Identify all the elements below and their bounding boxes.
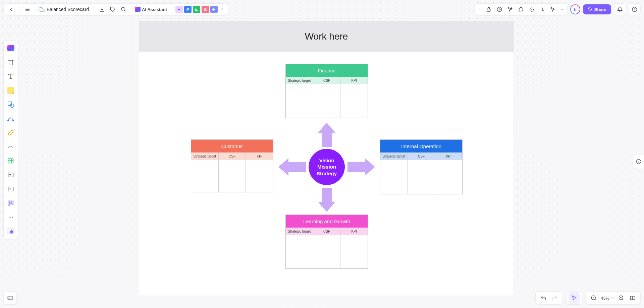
text-box-tool[interactable]: T <box>5 169 16 181</box>
arrow-up[interactable] <box>318 123 335 147</box>
menu-button[interactable] <box>22 4 33 15</box>
customer-body[interactable] <box>191 160 273 192</box>
tag-icon <box>110 7 115 12</box>
chevron-down-small-icon <box>611 296 614 300</box>
svg-point-29 <box>8 120 9 121</box>
kanban-tool[interactable] <box>5 197 16 209</box>
chevron-right-small-icon <box>478 7 481 11</box>
customer-title: Customer <box>191 140 273 152</box>
frame-title[interactable]: Work here <box>139 21 514 52</box>
shape-tool[interactable] <box>5 99 16 110</box>
center-circle[interactable]: Vision Mission Strategy <box>309 149 345 185</box>
svg-marker-9 <box>499 8 500 10</box>
arrow-right[interactable] <box>347 158 375 176</box>
undo-button[interactable] <box>538 292 549 304</box>
ai-assistant-button[interactable]: AI Assistant <box>135 7 169 12</box>
tools-expand-button[interactable] <box>476 4 483 15</box>
document-title[interactable]: Balanced Scorecard <box>45 7 91 12</box>
learning-body[interactable] <box>286 235 368 268</box>
voting-tool[interactable] <box>537 4 548 15</box>
collab-avatar-1[interactable]: ✦ <box>175 6 183 13</box>
customer-subheader: Strategic target CSF KPI <box>191 152 273 160</box>
current-user-avatar[interactable]: b <box>570 4 580 14</box>
fit-view-icon <box>630 295 636 301</box>
sparkle-cursor-icon <box>507 7 513 12</box>
templates-tool[interactable]: b <box>5 226 16 237</box>
text-tool[interactable] <box>5 71 16 82</box>
present-tool[interactable] <box>494 4 505 15</box>
reactions-tool[interactable] <box>505 4 516 15</box>
internal-table[interactable]: Internal Operation Strategic target CSF … <box>380 139 463 194</box>
zoom-out-button[interactable] <box>588 292 599 304</box>
left-toolbar: T b <box>3 40 18 239</box>
collab-avatar-4[interactable]: ⧉ <box>202 6 209 13</box>
internal-col-3: KPI <box>435 152 462 160</box>
lock-tool[interactable] <box>483 4 494 15</box>
pen-tool[interactable] <box>5 127 16 138</box>
top-left-bar: Balanced Scorecard AI Assistant ✦ P ◣ ⧉ … <box>3 3 228 15</box>
svg-point-46 <box>12 217 13 218</box>
bell-icon <box>617 7 623 12</box>
highlighter-tool[interactable] <box>5 141 16 152</box>
fit-view-button[interactable] <box>627 292 638 304</box>
sticky-note-tool[interactable] <box>5 85 16 96</box>
frame-tool[interactable] <box>5 57 16 68</box>
timer-tool[interactable] <box>526 4 537 15</box>
help-button[interactable] <box>629 3 641 15</box>
customer-table[interactable]: Customer Strategic target CSF KPI <box>191 139 273 192</box>
zoom-level-dropdown[interactable]: 43% <box>599 296 615 301</box>
center-line-2: Mission <box>317 164 336 170</box>
collab-collapse-button[interactable] <box>218 4 226 15</box>
list-tool[interactable] <box>5 183 16 195</box>
share-button[interactable]: Share <box>583 4 611 14</box>
info-panel-toggle[interactable] <box>633 154 644 169</box>
svg-rect-42 <box>10 201 11 203</box>
learning-subheader: Strategic target CSF KPI <box>286 228 368 235</box>
undo-redo-group <box>535 291 563 305</box>
download-button[interactable] <box>97 4 107 15</box>
svg-rect-43 <box>12 201 13 204</box>
zoom-in-button[interactable] <box>615 292 627 304</box>
table-tool[interactable] <box>5 155 16 167</box>
work-frame[interactable]: Work here Vision Mission Strategy Financ… <box>139 21 514 296</box>
arrow-left[interactable] <box>278 158 306 176</box>
back-button[interactable] <box>6 4 16 15</box>
tools-more-button[interactable] <box>558 4 566 15</box>
collab-avatar-2[interactable]: P <box>184 6 192 13</box>
customer-col-1: Strategic target <box>191 152 219 160</box>
notifications-button[interactable] <box>614 3 626 15</box>
select-mode-button[interactable] <box>569 292 580 304</box>
more-tools[interactable] <box>5 211 16 223</box>
svg-point-45 <box>10 217 11 218</box>
collab-avatar-5[interactable]: ✚ <box>210 6 218 13</box>
redo-button[interactable] <box>549 292 560 304</box>
finance-col-1: Strategic target <box>286 77 313 84</box>
arrow-down[interactable] <box>318 188 335 212</box>
learning-table[interactable]: Learning and Growth Strategic target CSF… <box>285 214 368 269</box>
brand-home-button[interactable] <box>5 43 16 54</box>
internal-body[interactable] <box>380 160 462 194</box>
ai-assistant-label: AI Assistant <box>142 7 167 12</box>
collab-avatar-3[interactable]: ◣ <box>193 6 200 13</box>
learning-col-2: CSF <box>313 228 341 235</box>
templates-icon: b <box>7 228 14 234</box>
svg-rect-48 <box>9 298 10 299</box>
redo-icon <box>552 295 558 301</box>
pointer-tool-top[interactable] <box>548 4 558 15</box>
play-circle-icon <box>497 7 502 12</box>
svg-point-28 <box>10 104 14 108</box>
svg-point-10 <box>530 8 534 11</box>
current-user-initial: b <box>571 5 580 14</box>
chevron-left-small-icon <box>220 7 224 11</box>
minimap-button[interactable] <box>3 291 17 305</box>
finance-table[interactable]: Finance Strategic target CSF KPI <box>285 64 368 118</box>
finance-body[interactable] <box>286 84 368 118</box>
frame-icon <box>7 59 14 66</box>
connector-tool[interactable] <box>5 113 16 124</box>
tag-button[interactable] <box>107 4 118 15</box>
svg-rect-27 <box>8 102 12 106</box>
comment-tool[interactable] <box>516 4 526 15</box>
center-line-1: Vision <box>319 157 334 164</box>
internal-col-1: Strategic target <box>380 152 408 160</box>
search-button[interactable] <box>118 4 129 15</box>
